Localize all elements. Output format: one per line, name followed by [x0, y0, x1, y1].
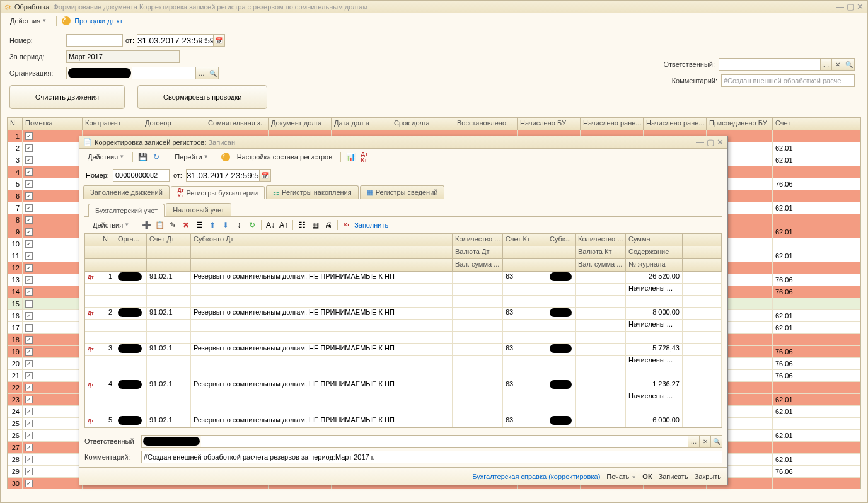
help-icon[interactable]: ? [62, 16, 71, 25]
checkbox[interactable]: ✓ [25, 312, 33, 320]
checkbox[interactable]: ✓ [25, 372, 33, 379]
table-row[interactable] [85, 332, 722, 344]
dlg-resp-group[interactable]: … ✕ 🔍 [141, 435, 722, 448]
table-row[interactable]: ДтКт391.02.1Резервы по сомнительным долг… [85, 344, 722, 356]
fill-link[interactable]: Заполнить [354, 221, 388, 229]
table-icon[interactable]: ▦ [310, 219, 321, 231]
maximize-icon[interactable]: ▢ [707, 137, 714, 147]
edit-icon[interactable]: ✎ [167, 219, 178, 231]
ok-button[interactable]: ОК [642, 473, 652, 480]
checkbox[interactable]: ✓ [25, 468, 33, 475]
tab[interactable]: ▦Регистры сведений [360, 185, 445, 199]
print-button[interactable]: Печать ▼ [606, 473, 636, 480]
col-dogovor[interactable]: Договор [142, 118, 205, 130]
col-nachran1[interactable]: Начислено ране... [581, 118, 644, 130]
table-row[interactable]: Начислены ... [85, 284, 722, 296]
table-row[interactable]: Начислены ... [85, 356, 722, 367]
refresh-icon[interactable]: ↻ [151, 151, 162, 163]
col-n[interactable]: N [8, 118, 23, 130]
table-row[interactable] [85, 403, 722, 415]
col-vosstan[interactable]: Восстановлено... [454, 118, 518, 130]
org-input[interactable] [132, 67, 195, 79]
search-icon[interactable]: 🔍 [843, 59, 854, 70]
dlg-actions-menu[interactable]: Действия ▼ [83, 151, 129, 163]
resp-input-group[interactable]: … ✕ 🔍 [719, 58, 855, 71]
checkbox[interactable]: ✓ [25, 252, 33, 260]
resp-input[interactable] [719, 59, 820, 70]
close-icon[interactable]: ✕ [717, 137, 724, 147]
checkbox[interactable] [25, 324, 33, 332]
col-contragent[interactable]: Контрагент [83, 118, 142, 130]
checkbox[interactable]: ✓ [25, 168, 33, 176]
table-row[interactable]: ДтКт591.02.1Резервы по сомнительным долг… [85, 415, 722, 427]
provodki-link[interactable]: Проводки дт кт [74, 17, 123, 25]
col-somnit[interactable]: Сомнительная з... [205, 118, 269, 130]
tab[interactable]: Заполнение движений [83, 185, 170, 199]
sort2-icon[interactable]: A↑ [278, 219, 289, 231]
report-icon[interactable]: 📊 [345, 151, 356, 163]
inner-actions-menu[interactable]: Действия ▼ [88, 219, 134, 231]
col-schet[interactable]: Счет [773, 118, 860, 130]
table-row[interactable]: Начислены ... [85, 391, 722, 403]
col-prisoed[interactable]: Присоединено БУ [707, 118, 773, 130]
checkbox[interactable]: ✓ [25, 408, 33, 415]
checkbox[interactable]: ✓ [25, 204, 33, 212]
maximize-icon[interactable]: ▢ [847, 2, 854, 11]
checkbox[interactable]: ✓ [25, 420, 33, 427]
minimize-icon[interactable]: — [696, 137, 704, 147]
comment-input[interactable] [721, 74, 855, 87]
checkbox[interactable]: ✓ [25, 396, 33, 403]
checkbox[interactable]: ✓ [25, 216, 33, 224]
col-nachisbu[interactable]: Начислено БУ [518, 118, 581, 130]
calendar-icon[interactable]: 📅 [259, 170, 270, 181]
search-icon[interactable]: 🔍 [710, 436, 722, 447]
settings-icon[interactable]: ☷ [296, 219, 308, 231]
search-icon[interactable]: 🔍 [207, 67, 218, 79]
tab[interactable]: ☷Регистры накопления [266, 185, 359, 199]
dk2-icon[interactable]: Кт [341, 219, 352, 231]
refresh-icon[interactable]: ↻ [246, 219, 258, 231]
checkbox[interactable]: ✓ [25, 360, 33, 367]
checkbox[interactable]: ✓ [25, 180, 33, 188]
checkbox[interactable]: ✓ [25, 480, 33, 487]
up-icon[interactable]: ⬆ [207, 219, 218, 231]
delete-icon[interactable]: ✖ [180, 219, 192, 231]
sort-asc-icon[interactable]: ↕ [233, 219, 245, 231]
checkbox[interactable]: ✓ [25, 192, 33, 200]
checkbox[interactable]: ✓ [25, 156, 33, 164]
checkbox[interactable] [25, 300, 33, 308]
checkbox[interactable]: ✓ [25, 288, 33, 296]
dlg-resp-input[interactable] [201, 436, 688, 447]
sort1-icon[interactable]: A↓ [265, 219, 276, 231]
registers-config[interactable]: Настройка состава регистров [233, 151, 337, 163]
number-input[interactable] [66, 34, 123, 47]
clear-movements-button[interactable]: Очистить движения [9, 85, 125, 109]
checkbox[interactable]: ✓ [25, 264, 33, 272]
down-icon[interactable]: ⬇ [220, 219, 231, 231]
col-srokdolg[interactable]: Срок долга [391, 118, 454, 130]
checkbox[interactable]: ✓ [25, 228, 33, 236]
calendar-icon[interactable]: 📅 [213, 35, 224, 46]
close-icon[interactable]: ✕ [857, 2, 864, 11]
actions-menu[interactable]: Действия ▼ [6, 15, 51, 26]
list-icon[interactable]: ☰ [194, 219, 205, 231]
col-nachran2[interactable]: Начислено ране... [644, 118, 707, 130]
org-input-group[interactable]: … 🔍 [66, 67, 219, 79]
col-datadolg[interactable]: Дата долга [332, 118, 391, 130]
footer-link[interactable]: Бухгалтерская справка (корректировка) [472, 473, 600, 480]
table-row[interactable]: Начислены ... [85, 320, 722, 332]
form-provodki-button[interactable]: Свормировать проводки [137, 85, 267, 109]
checkbox[interactable]: ✓ [25, 336, 33, 344]
date-input[interactable] [137, 35, 213, 46]
col-mark[interactable]: Пометка [23, 118, 83, 130]
checkbox[interactable]: ✓ [25, 240, 33, 248]
copy-icon[interactable]: 📋 [154, 219, 165, 231]
dk-icon[interactable]: ДтКт [359, 151, 370, 163]
checkbox[interactable]: ✓ [25, 276, 33, 284]
minimize-icon[interactable]: — [836, 2, 844, 11]
checkbox[interactable]: ✓ [25, 132, 33, 140]
tab[interactable]: ДтКтРегистры бухгалтерии [171, 186, 265, 199]
table-row[interactable]: ДтКт191.02.1Резервы по сомнительным долг… [85, 272, 722, 284]
close-button[interactable]: Закрыть [695, 473, 721, 480]
checkbox[interactable]: ✓ [25, 456, 33, 463]
